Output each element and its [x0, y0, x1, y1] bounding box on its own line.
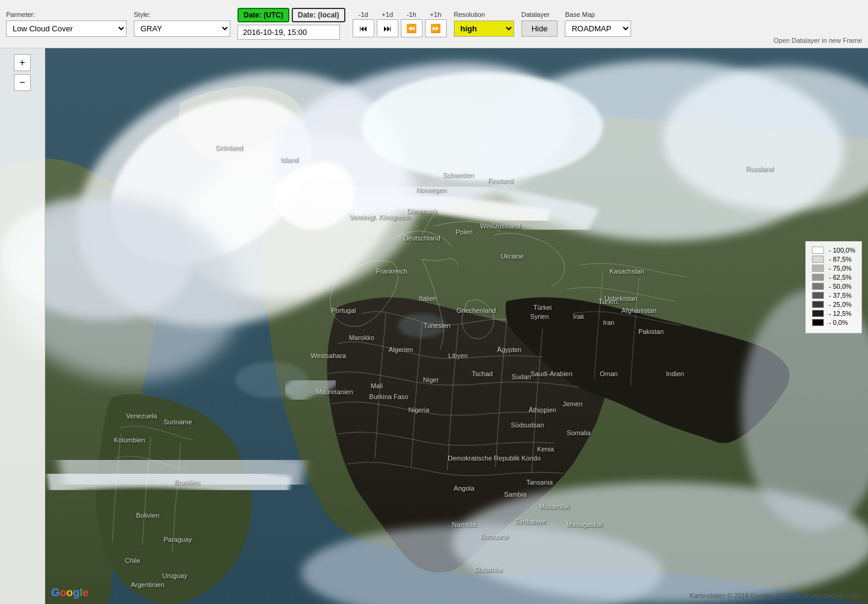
legend-label: - 0,0%: [829, 319, 848, 326]
nav-plus1h-col: +1h ⏩: [425, 11, 447, 37]
google-logo-text: G: [51, 587, 60, 599]
nav-next-button[interactable]: ⏩: [425, 19, 447, 37]
basemap-label: Base Map: [565, 11, 631, 18]
nav-plus1h-label: +1h: [430, 11, 441, 18]
nav-last-button[interactable]: ⏭: [377, 19, 398, 37]
zoom-out-button[interactable]: −: [14, 74, 31, 91]
nav-minus1d-label: -1d: [359, 11, 368, 18]
resolution-label: Resolution: [454, 11, 514, 18]
resolution-group: Resolution highmediumlow: [454, 11, 514, 37]
legend-label: - 75,0%: [829, 265, 852, 272]
legend-item: - 75,0%: [812, 265, 855, 272]
legend-color-swatch: [812, 310, 824, 317]
nav-minus1h-label: -1h: [407, 11, 417, 18]
nav-plus1d-col: +1d ⏭: [377, 11, 398, 37]
legend-item: - 25,0%: [812, 301, 855, 308]
legend-items: - 100,0%- 87,5%- 75,0%- 62,5%- 50,0%- 37…: [812, 247, 855, 326]
zoom-in-button[interactable]: +: [14, 54, 31, 71]
legend-item: - 12,5%: [812, 310, 855, 317]
datalayer-hide-button[interactable]: Hide: [521, 20, 558, 37]
datalayer-label: Datalayer: [521, 11, 558, 18]
resolution-select[interactable]: highmediumlow: [454, 20, 514, 37]
svg-point-14: [398, 313, 446, 338]
legend-item: - 50,0%: [812, 283, 855, 290]
nav-minus1h-col: -1h ⏪: [401, 11, 423, 37]
style-group: Style: GRAYCOLORTRANSPARENT: [134, 11, 230, 37]
nav-plus1d-label: +1d: [382, 11, 393, 18]
style-select[interactable]: GRAYCOLORTRANSPARENT: [134, 20, 230, 37]
toolbar: Parmeter: Low Cloud CoverHigh Cloud Cove…: [0, 0, 868, 48]
legend-color-swatch: [812, 301, 824, 308]
legend: - 100,0%- 87,5%- 75,0%- 62,5%- 50,0%- 37…: [805, 241, 862, 333]
legend-label: - 25,0%: [829, 301, 852, 308]
legend-label: - 87,5%: [829, 256, 852, 263]
basemap-select[interactable]: ROADMAPSATELLITETERRAINHYBRID: [565, 20, 631, 37]
parameter-group: Parmeter: Low Cloud CoverHigh Cloud Cove…: [6, 11, 127, 37]
legend-color-swatch: [812, 319, 824, 326]
legend-color-swatch: [812, 283, 824, 290]
date-input[interactable]: [237, 25, 340, 40]
legend-item: - 87,5%: [812, 256, 855, 263]
open-frame-link[interactable]: Open Datalayer in new Frame: [773, 37, 862, 44]
legend-color-swatch: [812, 256, 824, 263]
date-local-button[interactable]: Date: (local): [292, 8, 345, 22]
basemap-group: Base Map ROADMAPSATELLITETERRAINHYBRID: [565, 11, 631, 37]
nav-prev-button[interactable]: ⏪: [401, 19, 423, 37]
google-logo: Google: [51, 587, 89, 599]
parameter-label: Parmeter:: [6, 11, 127, 18]
legend-color-swatch: [812, 265, 824, 272]
parameter-select[interactable]: Low Cloud CoverHigh Cloud CoverTotal Clo…: [6, 20, 127, 37]
nav-group: -1d ⏮ +1d ⏭ -1h ⏪ +1h ⏩: [353, 11, 447, 37]
svg-point-13: [235, 362, 307, 398]
legend-label: - 12,5%: [829, 310, 852, 317]
nav-minus1d-col: -1d ⏮: [353, 11, 374, 37]
style-label: Style:: [134, 11, 230, 18]
legend-item: - 0,0%: [812, 319, 855, 326]
left-sidebar: + −: [0, 48, 45, 604]
legend-item: - 62,5%: [812, 274, 855, 281]
legend-color-swatch: [812, 292, 824, 299]
legend-color-swatch: [812, 247, 824, 254]
map-container[interactable]: GrönlandIslandNorwegenSchwedenFinnlandRu…: [0, 48, 868, 604]
date-utc-button[interactable]: Date: (UTC): [237, 8, 289, 22]
legend-label: - 50,0%: [829, 283, 852, 290]
nav-first-button[interactable]: ⏮: [353, 19, 374, 37]
legend-label: - 100,0%: [829, 247, 855, 254]
date-group: Date: (UTC) Date: (local): [237, 8, 345, 40]
legend-color-swatch: [812, 274, 824, 281]
datalayer-group: Datalayer Hide: [521, 11, 558, 37]
legend-item: - 100,0%: [812, 247, 855, 254]
map-background: [0, 48, 868, 604]
legend-label: - 37,5%: [829, 292, 852, 299]
footer-text: Kartendaten © 2016 Google, INEGI Nutzung…: [690, 592, 862, 599]
legend-item: - 37,5%: [812, 292, 855, 299]
legend-label: - 62,5%: [829, 274, 852, 281]
date-buttons: Date: (UTC) Date: (local): [237, 8, 345, 22]
